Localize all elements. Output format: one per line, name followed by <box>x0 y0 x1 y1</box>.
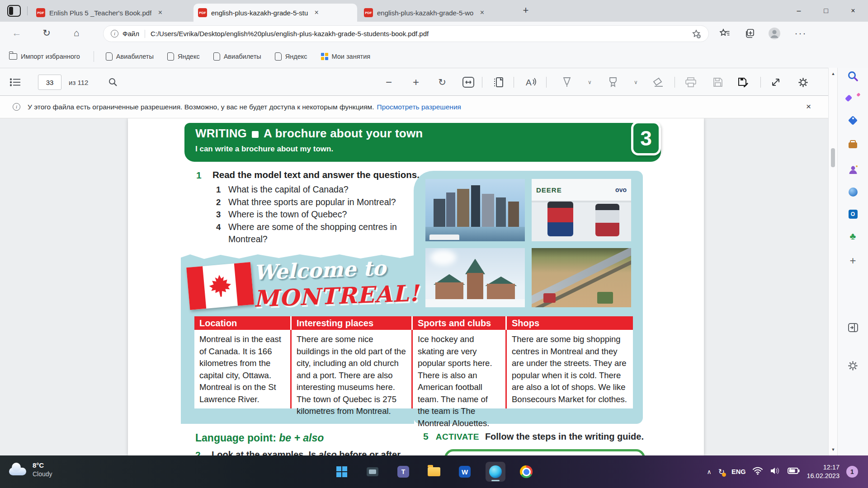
toolbox-icon[interactable] <box>846 138 860 152</box>
scrollbar-thumb[interactable] <box>831 148 835 167</box>
scroll-down-arrow-icon[interactable]: ▼ <box>829 447 838 452</box>
pdf-settings-gear-icon[interactable] <box>797 76 809 89</box>
pdf-favicon: PDF <box>36 8 45 17</box>
page-info-icon[interactable]: i <box>111 30 118 38</box>
tab-close-icon[interactable]: × <box>312 9 321 17</box>
pen-options-chevron-icon[interactable]: ∨ <box>588 79 592 85</box>
zoom-out-icon[interactable]: − <box>382 76 395 89</box>
pdf-viewport[interactable]: WRITINGA brochure about your town I can … <box>0 118 828 455</box>
notification-badge[interactable]: 1 <box>846 466 858 478</box>
rotate-icon[interactable]: ↻ <box>436 76 448 89</box>
castle-tower <box>467 273 483 299</box>
tab-teachers-book[interactable]: PDF Enlish Plus 5 _Teacher's Book.pdf × <box>32 4 191 22</box>
bookmark-label: Авиабилеты <box>224 53 261 60</box>
highlighter-icon[interactable] <box>607 76 619 89</box>
bookmark-import-folder[interactable]: Импорт избранного <box>9 53 80 60</box>
time-label: 12:17 <box>807 463 840 472</box>
battery-icon[interactable] <box>788 468 800 476</box>
language-indicator[interactable]: ENG <box>731 468 745 475</box>
desktop-app-icon[interactable] <box>363 462 382 482</box>
volume-icon[interactable] <box>770 467 781 477</box>
zoom-in-icon[interactable]: + <box>410 76 422 89</box>
column-text: There are some nice buildings in the old… <box>292 330 413 408</box>
back-icon[interactable]: ← <box>10 28 24 38</box>
search-document-icon[interactable] <box>107 76 119 89</box>
tab-close-icon[interactable]: × <box>477 9 486 17</box>
view-permissions-link[interactable]: Просмотреть разрешения <box>377 103 461 111</box>
language-point-label: Language point: <box>195 432 279 444</box>
vertical-scrollbar[interactable]: ▲ ▼ <box>828 68 837 455</box>
tab-students-book-active[interactable]: PDF english-plus-kazakh-grade-5-stu × <box>193 4 357 22</box>
flag-red-band <box>186 266 206 310</box>
window-close-button[interactable]: × <box>840 0 866 22</box>
exercise2-text: Look at the examples. Is also before or … <box>212 450 401 455</box>
edge-icon-active[interactable] <box>486 462 505 482</box>
bookmark-aviabilety-2[interactable]: Авиабилеты <box>213 52 261 61</box>
refresh-icon[interactable]: ↻ <box>40 28 53 38</box>
temperature-label: 8°C <box>33 461 52 470</box>
weather-widget[interactable]: 8°C Cloudy <box>7 461 52 478</box>
file-explorer-icon[interactable] <box>424 462 444 482</box>
window-minimize-button[interactable]: – <box>786 0 812 22</box>
question-number: 1 <box>216 183 228 196</box>
tab-title: Enlish Plus 5 _Teacher's Book.pdf <box>49 9 151 17</box>
sync-icon[interactable]: ↻ <box>718 467 725 477</box>
bookmarks-divider <box>94 51 94 62</box>
outlook-icon[interactable]: O <box>846 207 860 221</box>
shopping-tag-icon[interactable] <box>846 113 860 127</box>
favorites-icon[interactable] <box>718 28 731 41</box>
add-favorite-icon[interactable] <box>691 29 701 39</box>
bing-search-icon[interactable] <box>846 70 860 83</box>
game-clover-icon[interactable]: ♣ <box>846 230 860 243</box>
open-in-sidebar-icon[interactable] <box>846 321 860 334</box>
new-tab-button[interactable]: + <box>519 5 533 17</box>
page-view-icon[interactable] <box>492 76 505 89</box>
bookmark-yandex-2[interactable]: Яндекс <box>275 52 307 61</box>
save-icon[interactable] <box>712 76 724 89</box>
blue-sphere-icon[interactable] <box>846 185 860 199</box>
save-as-icon[interactable] <box>737 76 750 89</box>
question-item: 2What three sports are popular in Montre… <box>216 196 413 209</box>
browser-menu-icon[interactable]: ··· <box>794 28 807 38</box>
home-icon[interactable]: ⌂ <box>70 28 83 38</box>
teams-icon[interactable]: T <box>393 462 413 482</box>
address-input[interactable]: i Файл C:/Users/Evrika/Desktop/english%2… <box>103 25 709 42</box>
read-aloud-icon[interactable]: A <box>524 76 537 89</box>
column-header: Sports and clubs <box>413 316 507 330</box>
tab-workbook[interactable]: PDF english-plus-kazakh-grade-5-wo × <box>359 4 514 22</box>
banner-close-icon[interactable]: × <box>806 102 811 112</box>
square-bullet-icon <box>252 131 259 138</box>
bookmark-yandex-1[interactable]: Яндекс <box>167 52 200 61</box>
highlighter-options-chevron-icon[interactable]: ∨ <box>634 79 638 85</box>
window-maximize-button[interactable]: □ <box>813 0 839 22</box>
tab-close-icon[interactable]: × <box>156 9 165 17</box>
sidebar-add-icon[interactable]: + <box>846 254 860 267</box>
exercise1-questions: 1What is the capital of Canada? 2What th… <box>216 183 413 246</box>
sidebar-settings-gear-icon[interactable] <box>846 359 860 372</box>
question-text: Where is the town of Quebec? <box>228 208 347 221</box>
tray-chevron-up-icon[interactable]: ∧ <box>707 468 712 475</box>
fullscreen-icon[interactable] <box>769 76 782 89</box>
bookmark-moi-zanyatiya[interactable]: Мои занятия <box>321 53 371 60</box>
eraser-icon[interactable] <box>652 76 665 89</box>
wifi-icon[interactable] <box>752 467 763 477</box>
chrome-icon[interactable] <box>516 462 536 482</box>
start-button[interactable] <box>332 462 352 482</box>
fit-to-width-icon[interactable] <box>462 76 475 89</box>
print-icon[interactable] <box>684 76 697 89</box>
profile-avatar[interactable] <box>768 27 781 42</box>
people-icon[interactable] <box>846 163 860 177</box>
table-of-contents-icon[interactable] <box>9 76 22 89</box>
taskbar-clock[interactable]: 12:17 16.02.2023 <box>807 463 840 480</box>
tab-actions-menu-icon[interactable] <box>7 5 21 17</box>
copilot-sparkle-icon[interactable] <box>846 91 860 105</box>
column-text: There are some big shopping centres in M… <box>507 330 633 408</box>
bookmark-aviabilety-1[interactable]: Авиабилеты <box>106 52 154 61</box>
page-number-input[interactable] <box>38 75 61 90</box>
scroll-up-arrow-icon[interactable]: ▲ <box>829 71 838 76</box>
brochure-table-body: Montreal is in the east of Canada. It is… <box>194 330 633 408</box>
draw-pen-icon[interactable] <box>561 76 573 89</box>
collections-icon[interactable] <box>743 28 757 41</box>
windows-logo-icon <box>336 466 347 477</box>
word-icon[interactable]: W <box>455 462 475 482</box>
